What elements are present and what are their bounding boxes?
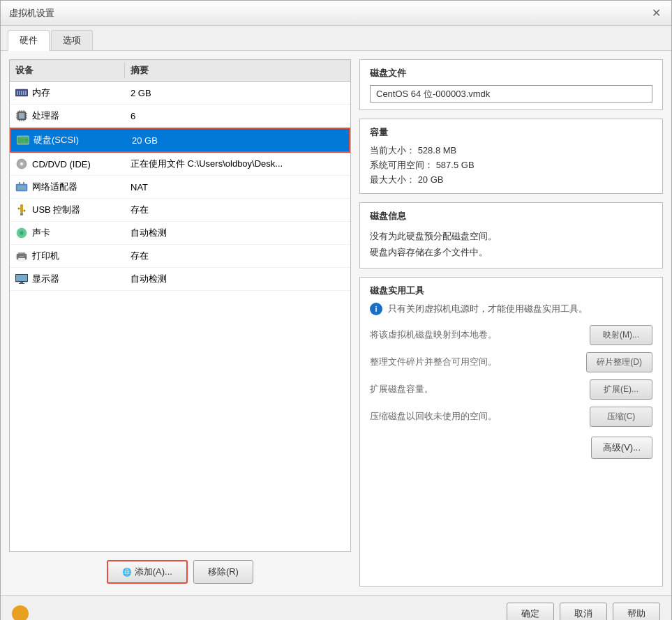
tab-hardware[interactable]: 硬件 [8,30,50,51]
usb-label: USB 控制器 [32,204,80,216]
current-size-label: 当前大小： [370,145,415,156]
device-row-memory[interactable]: 内存 2 GB [10,82,350,105]
svg-rect-7 [19,113,24,119]
add-button[interactable]: 🌐 添加(A)... [107,560,188,584]
cancel-button[interactable]: 取消 [560,603,607,620]
compact-button[interactable]: 压缩(C) [590,407,652,427]
left-panel: 设备 摘要 内存 2 GB [9,59,351,587]
footer-progress [12,605,501,620]
device-row-cdrom[interactable]: CD/DVD (IDE) 正在使用文件 C:\Users\oldboy\Desk… [10,153,350,176]
disk-file-title: 磁盘文件 [370,67,652,80]
svg-rect-22 [17,138,24,142]
disk-info-section: 磁盘信息 没有为此硬盘预分配磁盘空间。 硬盘内容存储在多个文件中。 [359,202,663,269]
device-row-cpu[interactable]: 处理器 6 [10,105,350,128]
cdrom-icon [15,159,28,169]
memory-icon [15,88,28,98]
remove-button[interactable]: 移除(R) [193,560,253,584]
tools-note: i 只有关闭虚拟机电源时，才能使用磁盘实用工具。 [370,303,652,315]
disk-tools-title: 磁盘实用工具 [370,285,652,297]
capacity-info: 当前大小： 528.8 MB 系统可用空间： 587.5 GB 最大大小： 20… [370,144,652,186]
current-size-row: 当前大小： 528.8 MB [370,144,652,157]
svg-rect-29 [23,182,24,184]
disk-info-line1: 没有为此硬盘预分配磁盘空间。 [370,228,652,244]
svg-rect-3 [21,91,22,95]
nic-label: 网络适配器 [32,181,77,193]
device-row-sound[interactable]: 声卡 自动检测 [10,222,350,245]
hdd-summary: 20 GB [126,134,349,147]
sound-label: 声卡 [32,227,50,239]
device-row-display[interactable]: 显示器 自动检测 [10,268,350,291]
device-row-nic[interactable]: 网络适配器 NAT [10,176,350,199]
svg-rect-41 [18,258,25,262]
max-size-value: 20 GB [418,174,444,185]
sound-icon [15,228,28,238]
ok-button[interactable]: 确定 [507,603,554,620]
printer-summary: 存在 [125,248,350,264]
progress-indicator [12,605,29,620]
expand-button[interactable]: 扩展(E)... [590,379,652,400]
list-actions: 🌐 添加(A)... 移除(R) [9,557,351,587]
advanced-btn-row: 高级(V)... [370,437,652,459]
device-list-container: 设备 摘要 内存 2 GB [9,59,351,552]
header-device-col: 设备 [10,63,125,78]
tool-expand-label: 扩展磁盘容量。 [370,383,433,395]
tool-row-compact: 压缩磁盘以回收未使用的空间。 压缩(C) [370,407,652,427]
hdd-icon [17,135,29,145]
defrag-button[interactable]: 碎片整理(D) [586,352,652,372]
svg-rect-4 [23,91,24,95]
hdd-label: 硬盘(SCSI) [33,134,79,146]
svg-rect-35 [20,213,23,216]
cdrom-label: CD/DVD (IDE) [32,159,91,169]
usb-icon [15,205,28,215]
advanced-button[interactable]: 高级(V)... [591,437,652,459]
svg-point-38 [20,232,23,234]
svg-rect-44 [16,275,27,281]
tab-bar: 硬件 选项 [1,26,671,51]
nic-icon [15,182,28,192]
capacity-title: 容量 [370,126,652,139]
titlebar: 虚拟机设置 ✕ [1,1,671,26]
tool-row-map: 将该虚拟机磁盘映射到本地卷。 映射(M)... [370,325,652,345]
sound-summary: 自动检测 [125,225,350,241]
tools-note-text: 只有关闭虚拟机电源时，才能使用磁盘实用工具。 [388,303,588,315]
svg-point-21 [25,139,29,142]
display-icon [15,274,28,284]
available-space-label: 系统可用空间： [370,160,433,170]
right-panel: 磁盘文件 容量 当前大小： 528.8 MB 系统可用空间： 587.5 GB [359,59,663,587]
svg-rect-27 [17,186,26,190]
device-list: 内存 2 GB 处理器 6 [10,82,350,552]
info-icon: i [370,303,382,315]
display-label: 显示器 [32,273,59,285]
printer-label: 打印机 [32,250,59,262]
disk-info-line2: 硬盘内容存储在多个文件中。 [370,244,652,260]
close-button[interactable]: ✕ [649,6,663,20]
map-button[interactable]: 映射(M)... [590,325,652,345]
disk-file-input[interactable] [370,85,652,103]
svg-rect-42 [20,256,24,257]
tab-options[interactable]: 选项 [51,30,93,50]
virtual-machine-settings-dialog: 虚拟机设置 ✕ 硬件 选项 设备 摘要 [0,0,672,620]
max-size-row: 最大大小： 20 GB [370,174,652,186]
display-summary: 自动检测 [125,271,350,287]
device-row-hdd[interactable]: 硬盘(SCSI) 20 GB [10,128,350,153]
nic-summary: NAT [125,181,350,194]
dialog-title: 虚拟机设置 [9,7,54,20]
disk-tools-section: 磁盘实用工具 i 只有关闭虚拟机电源时，才能使用磁盘实用工具。 将该虚拟机磁盘映… [359,277,663,587]
memory-label: 内存 [32,86,50,99]
svg-rect-45 [20,282,23,283]
device-row-usb[interactable]: USB 控制器 存在 [10,199,350,222]
cdrom-summary: 正在使用文件 C:\Users\oldboy\Desk... [125,156,350,172]
device-row-printer[interactable]: 打印机 存在 [10,245,350,268]
svg-point-25 [21,163,22,165]
svg-rect-28 [19,182,20,184]
dialog-footer: 确定 取消 帮助 [1,595,671,620]
disk-file-section: 磁盘文件 [359,59,663,110]
available-space-row: 系统可用空间： 587.5 GB [370,159,652,172]
max-size-label: 最大大小： [370,174,415,185]
help-button[interactable]: 帮助 [613,603,660,620]
svg-rect-5 [25,91,27,95]
current-size-value: 528.8 MB [418,145,457,156]
available-space-value: 587.5 GB [436,160,475,170]
header-summary-col: 摘要 [125,63,154,78]
main-content: 设备 摘要 内存 2 GB [1,51,671,595]
